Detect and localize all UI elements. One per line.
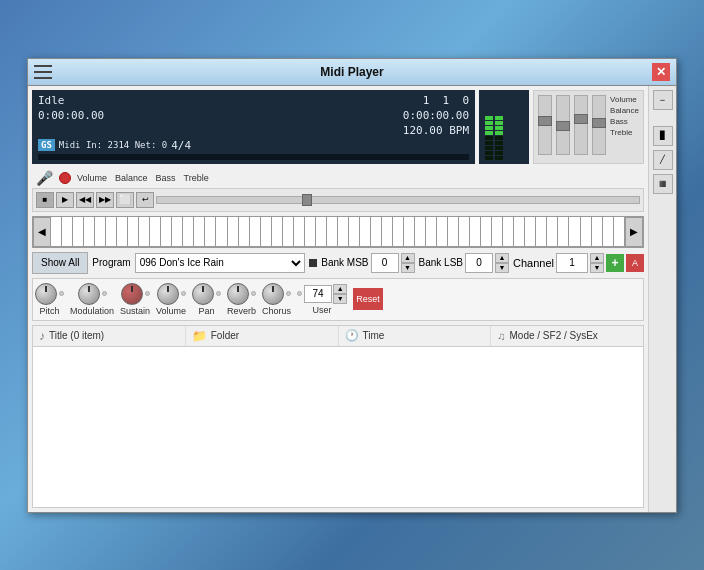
white-key[interactable] xyxy=(239,217,250,247)
white-key[interactable] xyxy=(194,217,205,247)
white-key[interactable] xyxy=(536,217,547,247)
knob-chorus-dot[interactable] xyxy=(286,291,291,296)
white-key[interactable] xyxy=(117,217,128,247)
channel-a-button[interactable]: A xyxy=(626,254,644,272)
white-key[interactable] xyxy=(294,217,305,247)
fader-handle-bass[interactable] xyxy=(574,114,588,124)
knob-volume-dot[interactable] xyxy=(181,291,186,296)
rewind-button[interactable]: ◀◀ xyxy=(76,192,94,208)
white-key[interactable] xyxy=(349,217,360,247)
fader-track-volume[interactable] xyxy=(538,95,552,155)
show-all-button[interactable]: Show All xyxy=(32,252,88,274)
white-key[interactable] xyxy=(150,217,161,247)
white-key[interactable] xyxy=(338,217,349,247)
user-up[interactable]: ▲ xyxy=(333,284,347,294)
white-key[interactable] xyxy=(172,217,183,247)
sidebar-btn-grid[interactable]: ▦ xyxy=(653,174,673,194)
white-key[interactable] xyxy=(481,217,492,247)
knob-reverb-dot[interactable] xyxy=(251,291,256,296)
channel-down[interactable]: ▼ xyxy=(590,263,604,273)
white-key[interactable] xyxy=(283,217,294,247)
white-key[interactable] xyxy=(84,217,95,247)
knob-reverb[interactable] xyxy=(227,283,249,305)
knob-modulation-dot[interactable] xyxy=(102,291,107,296)
white-key[interactable] xyxy=(261,217,272,247)
white-key[interactable] xyxy=(547,217,558,247)
stop-button[interactable]: ■ xyxy=(36,192,54,208)
white-key[interactable] xyxy=(161,217,172,247)
white-key[interactable] xyxy=(558,217,569,247)
forward-button[interactable]: ▶▶ xyxy=(96,192,114,208)
close-button[interactable]: ✕ xyxy=(652,63,670,81)
white-key[interactable] xyxy=(603,217,614,247)
white-key[interactable] xyxy=(614,217,625,247)
white-key[interactable] xyxy=(95,217,106,247)
sidebar-btn-minus[interactable]: − xyxy=(653,90,673,110)
white-key[interactable] xyxy=(272,217,283,247)
white-key[interactable] xyxy=(404,217,415,247)
sidebar-btn-chart[interactable]: ▊ xyxy=(653,126,673,146)
rec-button[interactable] xyxy=(59,172,71,184)
fader-handle-balance[interactable] xyxy=(556,121,570,131)
reset-button[interactable]: Reset xyxy=(353,288,383,310)
white-key[interactable] xyxy=(327,217,338,247)
white-key[interactable] xyxy=(360,217,371,247)
white-key[interactable] xyxy=(139,217,150,247)
piano-keys[interactable]: .wk { flex:1; height:30px; background:wh… xyxy=(51,217,625,247)
white-key[interactable] xyxy=(470,217,481,247)
loop-button[interactable]: ⬜ xyxy=(116,192,134,208)
knob-pitch-dot[interactable] xyxy=(59,291,64,296)
white-key[interactable] xyxy=(448,217,459,247)
white-key[interactable] xyxy=(382,217,393,247)
white-key[interactable] xyxy=(459,217,470,247)
white-key[interactable] xyxy=(316,217,327,247)
white-key[interactable] xyxy=(437,217,448,247)
white-key[interactable] xyxy=(492,217,503,247)
white-key[interactable] xyxy=(73,217,84,247)
channel-input[interactable] xyxy=(556,253,588,273)
channel-up[interactable]: ▲ xyxy=(590,253,604,263)
knob-sustain-dot[interactable] xyxy=(145,291,150,296)
knob-modulation[interactable] xyxy=(78,283,100,305)
knob-pan-dot[interactable] xyxy=(216,291,221,296)
program-select[interactable]: 096 Don's Ice Rain xyxy=(135,253,306,273)
bank-lsb-down[interactable]: ▼ xyxy=(495,263,509,273)
white-key[interactable] xyxy=(51,217,62,247)
white-key[interactable] xyxy=(106,217,117,247)
knob-pan[interactable] xyxy=(192,283,214,305)
sidebar-btn-graph[interactable]: ╱ xyxy=(653,150,673,170)
channel-add-button[interactable]: + xyxy=(606,254,624,272)
white-key[interactable] xyxy=(216,217,227,247)
bank-lsb-input[interactable] xyxy=(465,253,493,273)
white-key[interactable] xyxy=(228,217,239,247)
white-key[interactable] xyxy=(581,217,592,247)
undo-button[interactable]: ↩ xyxy=(136,192,154,208)
white-key[interactable] xyxy=(305,217,316,247)
fader-handle-treble[interactable] xyxy=(592,118,606,128)
fader-track-bass[interactable] xyxy=(574,95,588,155)
bank-msb-input[interactable] xyxy=(371,253,399,273)
knob-chorus[interactable] xyxy=(262,283,284,305)
white-key[interactable] xyxy=(128,217,139,247)
piano-next[interactable]: ▶ xyxy=(625,217,643,247)
white-key[interactable] xyxy=(393,217,404,247)
white-key[interactable] xyxy=(415,217,426,247)
knob-pitch[interactable] xyxy=(35,283,57,305)
fader-track-balance[interactable] xyxy=(556,95,570,155)
slider-thumb[interactable] xyxy=(302,194,312,206)
white-key[interactable] xyxy=(62,217,73,247)
play-button[interactable]: ▶ xyxy=(56,192,74,208)
knob-volume[interactable] xyxy=(157,283,179,305)
white-key[interactable] xyxy=(426,217,437,247)
white-key[interactable] xyxy=(569,217,580,247)
bank-msb-down[interactable]: ▼ xyxy=(401,263,415,273)
white-key[interactable] xyxy=(205,217,216,247)
white-key[interactable] xyxy=(514,217,525,247)
white-key[interactable] xyxy=(525,217,536,247)
white-key[interactable] xyxy=(183,217,194,247)
user-value-input[interactable] xyxy=(304,285,332,303)
bank-lsb-up[interactable]: ▲ xyxy=(495,253,509,263)
fader-handle-volume[interactable] xyxy=(538,116,552,126)
white-key[interactable] xyxy=(503,217,514,247)
piano-prev[interactable]: ◀ xyxy=(33,217,51,247)
